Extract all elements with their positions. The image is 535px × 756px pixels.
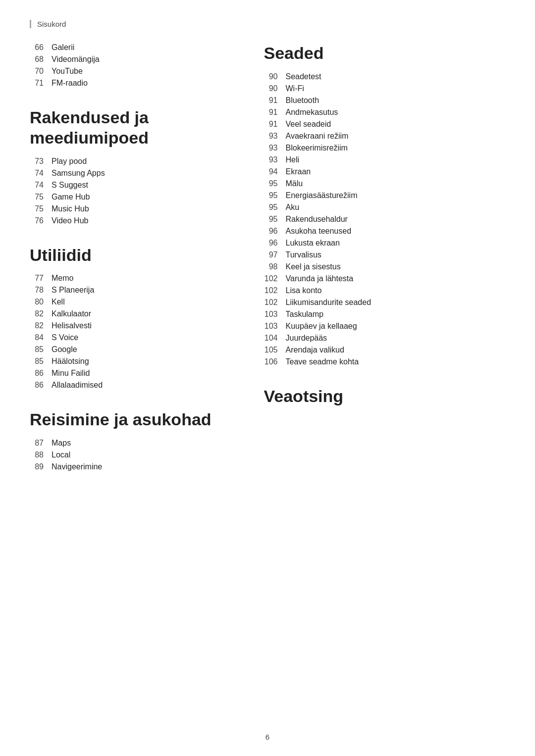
- toc-label: Ekraan: [286, 167, 311, 176]
- toc-number: 102: [264, 298, 286, 307]
- toc-label: Lisa konto: [286, 286, 322, 295]
- list-item: 95Energiasäästurežiim: [264, 191, 506, 200]
- toc-label: Mälu: [286, 179, 303, 188]
- toc-list: 90Seadetest90Wi-Fi91Bluetooth91Andmekasu…: [264, 72, 506, 366]
- toc-label: Navigeerimine: [52, 462, 102, 471]
- list-item: 80Kell: [30, 298, 234, 306]
- toc-number: 74: [30, 181, 52, 190]
- toc-label: Bluetooth: [286, 96, 320, 105]
- toc-label: Aku: [286, 203, 300, 212]
- toc-number: 80: [30, 298, 52, 306]
- list-item: 96Lukusta ekraan: [264, 239, 506, 248]
- section: Utiliidid77Memo78S Planeerija80Kell82Kal…: [30, 245, 234, 390]
- list-item: 104Juurdepääs: [264, 334, 506, 343]
- toc-label: Helisalvesti: [52, 321, 92, 330]
- toc-label: Videomängija: [52, 55, 100, 64]
- toc-label: Taskulamp: [286, 310, 323, 319]
- toc-number: 75: [30, 204, 52, 213]
- page-number: 6: [266, 733, 269, 741]
- list-item: 90Wi-Fi: [264, 84, 506, 93]
- toc-number: 91: [264, 108, 286, 117]
- toc-number: 90: [264, 84, 286, 93]
- toc-label: Memo: [52, 274, 73, 283]
- toc-number: 96: [264, 227, 286, 236]
- list-item: 106Teave seadme kohta: [264, 357, 506, 366]
- list-item: 86Allalaadimised: [30, 381, 234, 390]
- toc-number: 89: [30, 462, 52, 471]
- toc-number: 77: [30, 274, 52, 283]
- toc-number: 97: [264, 251, 286, 259]
- toc-label: Andmekasutus: [286, 108, 338, 117]
- list-item: 82Helisalvesti: [30, 321, 234, 330]
- toc-label: Veel seadeid: [286, 120, 331, 129]
- toc-number: 88: [30, 451, 52, 459]
- toc-number: 93: [264, 132, 286, 141]
- list-item: 91Veel seadeid: [264, 120, 506, 129]
- section-title: Veaotsing: [264, 386, 506, 406]
- toc-label: Music Hub: [52, 204, 89, 213]
- toc-label: FM-raadio: [52, 79, 88, 88]
- toc-number: 75: [30, 193, 52, 202]
- list-item: 76Video Hub: [30, 216, 234, 225]
- list-item: 74S Suggest: [30, 181, 234, 190]
- toc-number: 95: [264, 179, 286, 188]
- toc-label: Wi-Fi: [286, 84, 304, 93]
- list-item: 91Bluetooth: [264, 96, 506, 105]
- toc-label: Keel ja sisestus: [286, 262, 341, 271]
- list-item: 88Local: [30, 451, 234, 459]
- list-item: 94Ekraan: [264, 167, 506, 176]
- list-item: 85Google: [30, 345, 234, 354]
- toc-label: Local: [52, 451, 70, 459]
- toc-label: Häälotsing: [52, 357, 89, 366]
- toc-label: S Planeerija: [52, 286, 94, 295]
- toc-number: 93: [264, 155, 286, 164]
- toc-label: S Suggest: [52, 181, 88, 190]
- list-item: 75Music Hub: [30, 204, 234, 213]
- list-item: 73Play pood: [30, 157, 234, 166]
- toc-number: 86: [30, 381, 52, 390]
- list-item: 93Avaekraani režiim: [264, 132, 506, 141]
- toc-label: S Voice: [52, 333, 78, 342]
- list-item: 87Maps: [30, 439, 234, 448]
- section-title: Seaded: [264, 43, 506, 63]
- toc-number: 82: [30, 321, 52, 330]
- list-item: 70YouTube: [30, 67, 234, 76]
- list-item: 77Memo: [30, 274, 234, 283]
- list-item: 71FM-raadio: [30, 79, 234, 88]
- toc-label: Maps: [52, 439, 71, 448]
- toc-number: 98: [264, 262, 286, 271]
- toc-number: 84: [30, 333, 52, 342]
- toc-list: 77Memo78S Planeerija80Kell82Kalkulaator8…: [30, 274, 234, 390]
- toc-number: 91: [264, 96, 286, 105]
- list-item: 95Rakendusehaldur: [264, 215, 506, 224]
- toc-label: Google: [52, 345, 77, 354]
- toc-number: 95: [264, 215, 286, 224]
- section-title: Utiliidid: [30, 245, 234, 265]
- toc-number: 102: [264, 274, 286, 283]
- list-item: 103Taskulamp: [264, 310, 506, 319]
- toc-label: Minu Failid: [52, 369, 90, 378]
- list-item: 102Lisa konto: [264, 286, 506, 295]
- list-item: 91Andmekasutus: [264, 108, 506, 117]
- two-column-layout: 66Galerii68Videomängija70YouTube71FM-raa…: [30, 43, 505, 491]
- section-title: Rakendused ja meediumipoed: [30, 107, 234, 148]
- toc-label: Samsung Apps: [52, 169, 105, 178]
- page-container: Sisukord 66Galerii68Videomängija70YouTub…: [0, 0, 535, 756]
- list-item: 74Samsung Apps: [30, 169, 234, 178]
- toc-number: 66: [30, 43, 52, 52]
- toc-label: Arendaja valikud: [286, 346, 344, 354]
- list-item: 82Kalkulaator: [30, 309, 234, 318]
- toc-number: 85: [30, 345, 52, 354]
- list-item: 89Navigeerimine: [30, 462, 234, 471]
- toc-label: Galerii: [52, 43, 74, 52]
- toc-number: 70: [30, 67, 52, 76]
- toc-number: 106: [264, 357, 286, 366]
- toc-label: Kell: [52, 298, 65, 306]
- toc-label: Allalaadimised: [52, 381, 103, 390]
- toc-label: Lukusta ekraan: [286, 239, 340, 248]
- toc-number: 91: [264, 120, 286, 129]
- section: Reisimine ja asukohad87Maps88Local89Navi…: [30, 409, 234, 471]
- toc-label: Blokeerimisrežiim: [286, 144, 348, 152]
- toc-number: 76: [30, 216, 52, 225]
- toc-label: Avaekraani režiim: [286, 132, 349, 141]
